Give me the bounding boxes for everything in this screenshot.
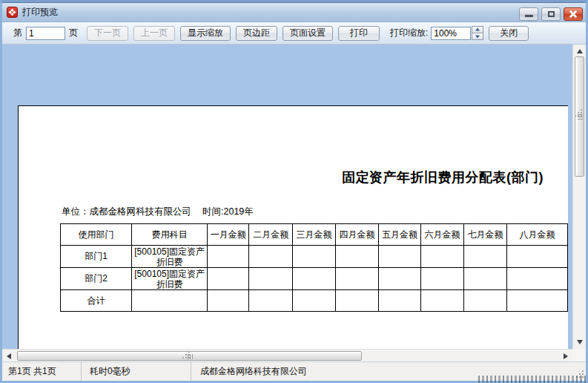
header-cell: 七月金额 <box>464 224 507 246</box>
minimize-icon[interactable] <box>519 7 538 21</box>
scrollbar-corner <box>572 349 586 361</box>
header-cell: 五月金额 <box>378 224 420 246</box>
time-label: 时间: <box>202 206 223 217</box>
spinner-up-icon[interactable] <box>472 26 483 33</box>
print-zoom-input[interactable] <box>431 27 471 40</box>
amount-cell <box>378 290 420 312</box>
print-button[interactable]: 打印 <box>338 26 380 41</box>
amount-cell <box>378 268 420 290</box>
report-title: 固定资产年折旧费用分配表(部门) <box>342 168 544 186</box>
header-cell: 四月金额 <box>336 224 379 246</box>
amount-cell <box>421 290 464 312</box>
header-cell: 二月金额 <box>249 224 293 246</box>
maximize-icon[interactable] <box>541 7 561 21</box>
header-cell: 三月金额 <box>293 224 336 246</box>
show-zoom-button[interactable]: 显示缩放 <box>180 26 231 41</box>
amount-cell <box>421 246 464 268</box>
amount-cell <box>293 268 336 290</box>
subject-cell: [500105]固定资产折旧费 <box>132 268 208 290</box>
page-number-input[interactable] <box>26 27 65 40</box>
amount-cell <box>208 268 249 290</box>
margins-button[interactable]: 页边距 <box>236 26 277 41</box>
header-cell: 一月金额 <box>208 224 249 246</box>
vertical-scrollbar[interactable] <box>572 45 586 349</box>
amount-cell <box>378 246 420 268</box>
scroll-up-icon[interactable] <box>577 49 583 53</box>
scroll-right-icon[interactable] <box>564 353 568 359</box>
table-row: 合计 <box>61 290 568 312</box>
table-row: 部门1[500105]固定资产折旧费 <box>61 246 568 268</box>
unit-value: 成都金格网科技有限公司 <box>90 206 192 217</box>
amount-cell <box>506 290 567 312</box>
preview-area: 固定资产年折旧费用分配表(部门) 单位：成都金格网科技有限公司时间:2019年 … <box>2 45 586 361</box>
scroll-left-icon[interactable] <box>7 353 11 359</box>
unit-label: 单位： <box>62 206 90 217</box>
prev-page-button[interactable]: 上一页 <box>133 26 175 41</box>
amount-cell <box>293 246 336 268</box>
screen: 打印预览 第 页 下一页 上一页 显示缩放 页边距 页面设置 打印 打印缩放: <box>0 0 588 383</box>
app-icon <box>7 7 18 18</box>
time-value: 2019年 <box>223 206 253 217</box>
dept-cell: 部门2 <box>61 268 132 290</box>
header-cell: 六月金额 <box>421 224 464 246</box>
horizontal-scrollbar[interactable] <box>2 349 572 361</box>
amount-cell <box>506 268 567 290</box>
horizontal-scrollbar-thumb[interactable] <box>17 351 362 361</box>
table-row: 部门2[500105]固定资产折旧费 <box>61 268 568 290</box>
status-page-info: 第1页 共1页 <box>2 362 82 381</box>
print-zoom-spinner <box>472 26 483 40</box>
amount-cell <box>464 246 507 268</box>
status-elapsed: 耗时0毫秒 <box>82 362 191 381</box>
subject-cell: [500105]固定资产折旧费 <box>132 246 208 268</box>
header-cell: 八月金额 <box>506 224 567 246</box>
toolbar: 第 页 下一页 上一页 显示缩放 页边距 页面设置 打印 打印缩放: 关闭 <box>2 22 586 45</box>
clipped-watermark-text <box>478 376 588 383</box>
amount-cell <box>208 246 249 268</box>
dept-cell: 部门1 <box>61 246 132 268</box>
amount-cell <box>421 268 464 290</box>
next-page-button[interactable]: 下一页 <box>87 26 128 41</box>
close-icon[interactable] <box>564 7 583 21</box>
header-cell: 使用部门 <box>61 224 132 246</box>
close-preview-button[interactable]: 关闭 <box>489 26 529 41</box>
header-cell: 费用科目 <box>132 224 208 246</box>
page-prefix-label: 第 <box>13 27 22 39</box>
title-bar: 打印预览 <box>2 2 586 22</box>
amount-cell <box>249 268 293 290</box>
amount-cell <box>336 246 379 268</box>
amount-cell <box>506 246 567 268</box>
vertical-scrollbar-thumb[interactable] <box>575 56 584 177</box>
amount-cell <box>336 290 379 312</box>
amount-cell <box>464 268 507 290</box>
spinner-down-icon[interactable] <box>472 33 483 40</box>
window-controls <box>519 7 583 21</box>
amount-cell <box>249 290 293 312</box>
amount-cell <box>464 290 507 312</box>
amount-cell <box>208 290 249 312</box>
report-page: 固定资产年折旧费用分配表(部门) 单位：成都金格网科技有限公司时间:2019年 … <box>18 105 568 349</box>
amount-cell <box>336 268 379 290</box>
print-zoom-label: 打印缩放: <box>390 27 428 39</box>
page-setup-button[interactable]: 页面设置 <box>283 26 333 41</box>
report-table: 使用部门费用科目一月金额二月金额三月金额四月金额五月金额六月金额七月金额八月金额… <box>60 223 568 312</box>
page-suffix-label: 页 <box>69 27 78 39</box>
subject-cell <box>132 290 208 312</box>
amount-cell <box>249 246 293 268</box>
print-preview-window: 打印预览 第 页 下一页 上一页 显示缩放 页边距 页面设置 打印 打印缩放: <box>0 0 588 383</box>
dept-cell: 合计 <box>61 290 132 312</box>
amount-cell <box>293 290 336 312</box>
window-title: 打印预览 <box>22 6 58 19</box>
scroll-down-icon[interactable] <box>577 340 583 344</box>
report-meta-line: 单位：成都金格网科技有限公司时间:2019年 <box>62 206 254 218</box>
